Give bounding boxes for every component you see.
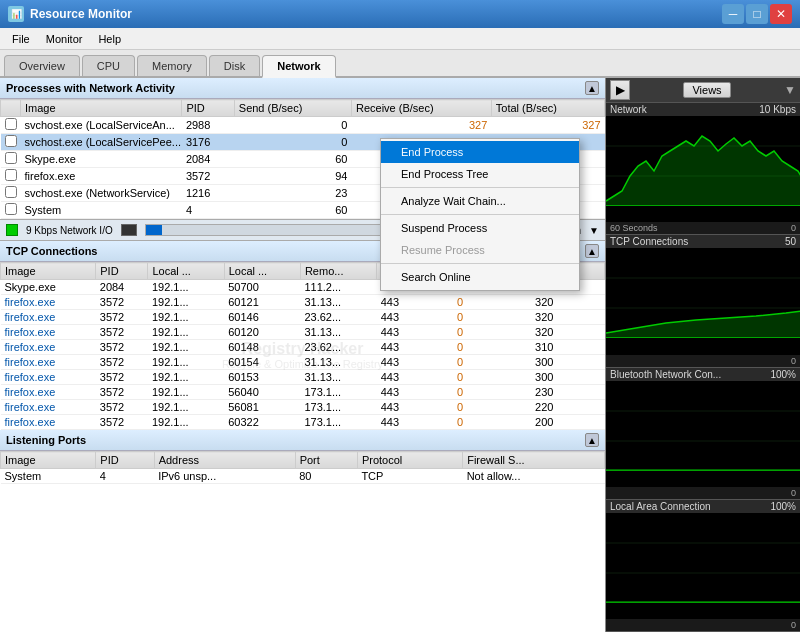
context-analyze-wait[interactable]: Analyze Wait Chain...	[381, 190, 579, 212]
cell-remote1: 31.13...	[300, 325, 376, 340]
cell-packets: 0	[453, 325, 531, 340]
cell-check[interactable]	[1, 117, 21, 134]
cell-check[interactable]	[1, 134, 21, 151]
collapse-network-btn[interactable]: ▲	[585, 81, 599, 95]
cell-check[interactable]	[1, 202, 21, 219]
graph-local-area: Local Area Connection 100% 0	[606, 500, 800, 632]
cell-local1: 192.1...	[148, 415, 224, 430]
lp-col-image[interactable]: Image	[1, 452, 96, 469]
cell-address: IPv6 unsp...	[154, 469, 295, 484]
cell-local2: 60121	[224, 295, 300, 310]
net-indicator-icon	[6, 224, 18, 236]
cell-image: firefox.exe	[1, 385, 96, 400]
cell-image: System	[1, 469, 96, 484]
listening-ports-table: Image PID Address Port Protocol Firewall…	[0, 451, 605, 484]
table-row[interactable]: firefox.exe 3572 192.1... 56081 173.1...…	[1, 400, 605, 415]
table-row[interactable]: firefox.exe 3572 192.1... 60154 31.13...…	[1, 355, 605, 370]
cell-image: System	[21, 202, 182, 219]
graph-tcp-footer: 0	[606, 355, 800, 367]
lp-col-address[interactable]: Address	[154, 452, 295, 469]
menu-help[interactable]: Help	[90, 31, 129, 47]
table-row[interactable]: firefox.exe 3572 192.1... 60121 31.13...…	[1, 295, 605, 310]
cell-image: firefox.exe	[1, 340, 96, 355]
table-row[interactable]: firefox.exe 3572 192.1... 60322 173.1...…	[1, 415, 605, 430]
cell-check[interactable]	[1, 151, 21, 168]
tcp-col-remote1[interactable]: Remo...	[300, 263, 376, 280]
context-end-process[interactable]: End Process	[381, 141, 579, 163]
menu-monitor[interactable]: Monitor	[38, 31, 91, 47]
lp-col-protocol[interactable]: Protocol	[357, 452, 462, 469]
dropdown-arrow[interactable]: ▼	[589, 225, 599, 236]
views-dropdown-arrow[interactable]: ▼	[784, 83, 796, 97]
lp-col-pid[interactable]: PID	[96, 452, 154, 469]
context-separator-3	[381, 263, 579, 264]
graph-local-label: Local Area Connection 100%	[606, 500, 800, 513]
table-row[interactable]: System 4 IPv6 unsp... 80 TCP Not allow..…	[1, 469, 605, 484]
net-util-fill	[146, 225, 162, 235]
context-suspend-process[interactable]: Suspend Process	[381, 217, 579, 239]
net-kbps-label: 9 Kbps Network I/O	[26, 225, 113, 236]
tab-cpu[interactable]: CPU	[82, 55, 135, 76]
cell-local2: 60146	[224, 310, 300, 325]
maximize-button[interactable]: □	[746, 4, 768, 24]
context-separator-1	[381, 187, 579, 188]
cell-packets: 0	[453, 355, 531, 370]
context-search-online[interactable]: Search Online	[381, 266, 579, 288]
cell-remote1: 173.1...	[300, 400, 376, 415]
cell-latency: 220	[531, 400, 604, 415]
cell-pid: 4	[182, 202, 234, 219]
cell-check[interactable]	[1, 168, 21, 185]
minimize-button[interactable]: ─	[722, 4, 744, 24]
cell-send: 23	[234, 185, 351, 202]
cell-latency: 230	[531, 385, 604, 400]
cell-image: firefox.exe	[1, 310, 96, 325]
cell-check[interactable]	[1, 185, 21, 202]
graph-bluetooth-title: Bluetooth Network Con...	[610, 369, 721, 380]
right-nav-button[interactable]: ▶	[610, 80, 630, 100]
table-row[interactable]: firefox.exe 3572 192.1... 60146 23.62...…	[1, 310, 605, 325]
col-pid[interactable]: PID	[182, 100, 234, 117]
graph-local-min: 0	[791, 620, 796, 630]
collapse-listening-btn[interactable]: ▲	[585, 433, 599, 447]
cell-firewall: Not allow...	[463, 469, 605, 484]
cell-local1: 192.1...	[148, 280, 224, 295]
listening-ports-header[interactable]: Listening Ports ▲	[0, 430, 605, 451]
network-processes-header[interactable]: Processes with Network Activity ▲	[0, 78, 605, 99]
tcp-col-pid[interactable]: PID	[96, 263, 148, 280]
lp-col-firewall[interactable]: Firewall S...	[463, 452, 605, 469]
table-row[interactable]: firefox.exe 3572 192.1... 60120 31.13...…	[1, 325, 605, 340]
table-row[interactable]: firefox.exe 3572 192.1... 60148 23.62...…	[1, 340, 605, 355]
col-total[interactable]: Total (B/sec)	[491, 100, 604, 117]
cell-remote2: 443	[377, 340, 453, 355]
menu-file[interactable]: File	[4, 31, 38, 47]
cell-latency: 320	[531, 310, 604, 325]
table-row[interactable]: firefox.exe 3572 192.1... 56040 173.1...…	[1, 385, 605, 400]
tcp-col-image[interactable]: Image	[1, 263, 96, 280]
network-processes-title: Processes with Network Activity	[6, 82, 175, 94]
col-receive[interactable]: Receive (B/sec)	[351, 100, 491, 117]
table-row[interactable]: svchost.exe (LocalServiceAn... 2988 0 32…	[1, 117, 605, 134]
cell-latency: 200	[531, 415, 604, 430]
tab-overview[interactable]: Overview	[4, 55, 80, 76]
cell-image: Skype.exe	[1, 280, 96, 295]
tab-network[interactable]: Network	[262, 55, 335, 78]
table-row[interactable]: firefox.exe 3572 192.1... 60153 31.13...…	[1, 370, 605, 385]
tab-disk[interactable]: Disk	[209, 55, 260, 76]
views-button[interactable]: Views	[683, 82, 730, 98]
tcp-col-local1[interactable]: Local ...	[148, 263, 224, 280]
listening-ports-scroll[interactable]: Image PID Address Port Protocol Firewall…	[0, 451, 605, 484]
cell-pid: 3572	[96, 400, 148, 415]
cell-remote2: 443	[377, 400, 453, 415]
context-end-process-tree[interactable]: End Process Tree	[381, 163, 579, 185]
cell-remote1: 31.13...	[300, 370, 376, 385]
tcp-col-local2[interactable]: Local ...	[224, 263, 300, 280]
tab-memory[interactable]: Memory	[137, 55, 207, 76]
collapse-tcp-btn[interactable]: ▲	[585, 244, 599, 258]
col-send[interactable]: Send (B/sec)	[234, 100, 351, 117]
col-image[interactable]: Image	[21, 100, 182, 117]
lp-col-port[interactable]: Port	[295, 452, 357, 469]
cell-latency: 300	[531, 370, 604, 385]
close-button[interactable]: ✕	[770, 4, 792, 24]
cell-latency: 310	[531, 340, 604, 355]
title-bar-controls: ─ □ ✕	[722, 4, 792, 24]
